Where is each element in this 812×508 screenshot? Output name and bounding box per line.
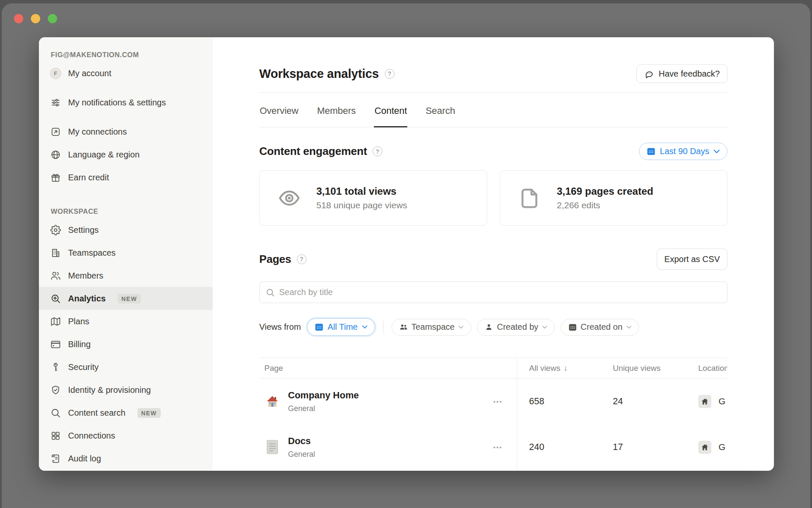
help-icon[interactable]: ? [297,254,307,264]
app-window: FIG@MAKENOTION.COM F My account My notif… [2,3,810,508]
all-views-cell: 240 [517,442,601,453]
people-icon [399,323,408,331]
globe-icon [50,149,61,160]
settings-dialog: FIG@MAKENOTION.COM F My account My notif… [39,37,774,471]
all-views-cell: 658 [517,396,601,407]
teamspace-filter[interactable]: Teamspace [392,319,471,336]
sidebar-item-earn-credit[interactable]: Earn credit [39,166,213,189]
sidebar-item-my-account[interactable]: F My account [39,62,213,85]
content-engagement-title: Content engagement [259,145,367,158]
sidebar-item-plans[interactable]: Plans [39,310,213,333]
pages-created-value: 3,169 pages created [557,185,653,197]
sidebar-item-content-search[interactable]: Content search NEW [39,401,213,424]
gift-icon [50,172,61,183]
analytics-tabs: Overview Members Content Search [259,93,727,127]
total-views-value: 3,101 total views [316,185,407,197]
eye-icon [278,187,300,209]
magnifier-plus-icon [50,293,61,304]
unique-views-cell: 17 [601,442,686,453]
sidebar-item-settings[interactable]: Settings [39,218,213,241]
column-header-page[interactable]: Page [259,364,517,373]
location-cell: G [686,441,727,454]
date-range-filter[interactable]: Last 90 Days [639,143,727,160]
search-icon [50,407,61,419]
help-icon[interactable]: ? [385,69,395,79]
building-icon [50,247,61,259]
sidebar-item-my-connections[interactable]: My connections [39,120,213,143]
external-link-icon [50,126,61,138]
home-location-icon [698,395,711,408]
unique-views-cell: 24 [601,396,686,407]
created-on-filter[interactable]: Created on [561,319,639,336]
chevron-down-icon [458,326,464,329]
map-icon [50,316,61,327]
tab-members[interactable]: Members [317,93,357,127]
chevron-down-icon [362,325,368,329]
page-title: Workspace analytics [259,67,379,81]
calendar-icon [315,323,324,331]
table-row[interactable]: Docs General ••• 240 17 [259,424,727,470]
settings-sidebar: FIG@MAKENOTION.COM F My account My notif… [39,37,213,471]
credit-card-icon [50,339,61,350]
location-cell: G [686,395,727,408]
grid-icon [50,430,61,442]
page-row-subtitle: General [288,450,315,459]
minimize-window-button[interactable] [31,14,40,23]
filter-divider [383,320,384,334]
sidebar-item-analytics[interactable]: Analytics NEW [39,287,213,310]
page-row-title: Company Home [288,390,359,401]
pages-created-card: 3,169 pages created 2,266 edits [500,170,728,226]
export-csv-button[interactable]: Export as CSV [657,248,727,270]
tab-content[interactable]: Content [374,93,407,127]
column-header-unique-views[interactable]: Unique views [601,364,686,373]
shield-check-icon [50,384,61,396]
row-more-button[interactable]: ••• [493,398,502,405]
tab-overview[interactable]: Overview [259,93,299,127]
chevron-down-icon [713,149,720,154]
total-views-card: 3,101 total views 518 unique page views [259,170,487,226]
search-icon [266,288,275,297]
column-header-location[interactable]: Location [686,364,727,373]
sidebar-item-members[interactable]: Members [39,264,213,287]
row-more-button[interactable]: ••• [493,444,502,451]
person-icon [485,323,493,331]
sidebar-item-notifications-settings[interactable]: My notifications & settings [39,85,213,120]
zoom-window-button[interactable] [48,14,57,23]
views-from-label: Views from [259,322,301,332]
analytics-main-panel: Workspace analytics ? Have feedback? [213,37,774,471]
avatar: F [50,68,61,79]
search-input[interactable] [279,287,721,297]
page-row-title: Docs [288,436,315,447]
new-badge: NEW [137,408,161,418]
tab-search[interactable]: Search [425,93,455,127]
sidebar-item-security[interactable]: Security [39,356,213,378]
account-email-heading: FIG@MAKENOTION.COM [39,47,213,62]
have-feedback-button[interactable]: Have feedback? [636,64,727,83]
column-header-all-views[interactable]: All views ↓ [517,364,601,373]
sidebar-item-billing[interactable]: Billing [39,333,213,356]
new-badge: NEW [118,294,141,304]
page-row-subtitle: General [288,404,359,413]
sidebar-item-identity-provisioning[interactable]: Identity & provisioning [39,378,213,401]
scroll-icon [50,453,61,464]
help-icon[interactable]: ? [373,146,382,156]
gray-document-icon [264,439,280,455]
close-window-button[interactable] [14,14,23,23]
sidebar-item-language-region[interactable]: Language & region [39,143,213,166]
sidebar-item-teamspaces[interactable]: Teamspaces [39,241,213,264]
table-row[interactable]: Company Home General ••• 658 24 [259,378,727,424]
sidebar-item-audit-log[interactable]: Audit log [39,447,213,470]
created-by-filter[interactable]: Created by [477,319,555,336]
home-location-icon [698,441,711,454]
filters-row: Views from All Time [259,318,727,336]
chevron-down-icon [626,326,631,329]
workspace-section-heading: WORKSPACE [39,204,213,218]
people-icon [50,270,61,282]
calendar-icon [568,323,577,331]
chevron-down-icon [542,326,547,329]
table-header-row: Page All views ↓ Unique views Location [259,358,727,378]
views-from-filter[interactable]: All Time [307,318,375,336]
house-emoji-icon [264,393,280,409]
page-search [259,282,727,303]
sidebar-item-connections[interactable]: Connections [39,424,213,447]
